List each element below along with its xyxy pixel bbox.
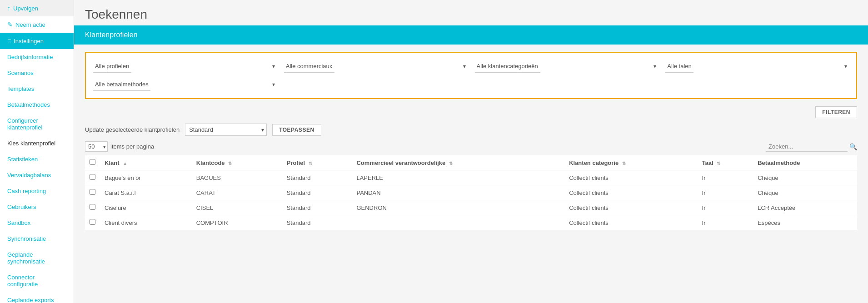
col-klantcode-sort[interactable]: ⇅ [228,161,232,166]
row-checkbox-0[interactable] [90,174,95,180]
pagination-row: 50 10 25 100 items per pagina 🔍 [85,141,857,152]
sidebar-item-vervaldagbalans[interactable]: Vervaldagbalans [0,167,74,183]
sidebar-label-upvolgen: Upvolgen [13,5,38,12]
sidebar-item-templates[interactable]: Templates [0,81,74,97]
row-checkbox-cell-1 [85,185,100,200]
sidebar-label-geplande-exports: Geplande exports [7,297,54,303]
col-klant-sort[interactable]: ▲ [123,161,127,166]
select-all-header [85,155,100,170]
sidebar-item-configureer-klantenprofiel[interactable]: Configureer klantenprofiel [0,113,74,135]
sidebar-item-neem-actie[interactable]: ✎Neem actie [0,16,74,33]
update-label: Update geselecteerde klantprofielen [85,126,180,133]
page-title: Toekennen [85,7,857,22]
search-icon[interactable]: 🔍 [849,143,857,150]
filter-button[interactable]: FILTEREN [815,106,857,118]
cell-klanten_categorie-1: Collectif clients [564,185,697,200]
col-klant-label: Klant [105,159,120,166]
sidebar-label-neem-actie: Neem actie [15,21,45,28]
col-klantcode-label: Klantcode [196,159,225,166]
select-all-checkbox[interactable] [90,159,95,165]
filter-klantencategorieen-wrap: Alle klantencategorieën [475,60,658,73]
filter-betaalmethodes-wrap: Alle betaalmethodes [93,78,277,91]
cell-klantcode-2: CISEL [192,200,282,215]
sidebar-label-vervaldagbalans: Vervaldagbalans [7,172,51,179]
col-commercieel-sort[interactable]: ⇅ [449,161,453,166]
filter-profielen[interactable]: Alle profielen [93,60,131,73]
sidebar-item-statistieken[interactable]: Statistieken [0,151,74,167]
row-checkbox-1[interactable] [90,189,95,195]
cell-klant-1[interactable]: Carat S.a.r.l [100,185,192,200]
sidebar-item-geplande-synchronisatie[interactable]: Geplande synchronisatie [0,247,74,269]
col-profiel: Profiel ⇅ [282,155,352,170]
cell-betaalmethode-1: Chèque [753,185,857,200]
table-row: Carat S.a.r.lCARATStandardPANDANCollecti… [85,185,857,200]
col-betaalmethode-label: Betaalmethode [758,159,800,166]
sidebar-item-upvolgen[interactable]: ↑Upvolgen [0,0,74,16]
row-checkbox-2[interactable] [90,204,95,210]
row-checkbox-3[interactable] [90,219,95,225]
col-profiel-sort[interactable]: ⇅ [309,161,312,166]
cell-klant-0[interactable]: Bague's en or [100,170,192,185]
filter-commerciaux[interactable]: Alle commerciaux [284,60,334,73]
update-select[interactable]: Standard [185,124,267,136]
sidebar-item-scenarios[interactable]: Scenarios [0,65,74,81]
sidebar-item-geplande-exports[interactable]: Geplande exports [0,292,74,303]
sidebar-item-betaalmethodes[interactable]: Betaalmethodes [0,97,74,113]
table-header: Klant ▲ Klantcode ⇅ Profiel ⇅ Commerciee… [85,155,857,170]
table-row: Client diversCOMPTOIRStandardCollectif c… [85,215,857,230]
filter-klantencategorieen[interactable]: Alle klantencategorieën [475,60,540,73]
cell-commercieel-1: PANDAN [352,185,564,200]
sidebar-item-sandbox[interactable]: Sandbox [0,215,74,231]
sidebar-item-connector-configuratie[interactable]: Connector configuratie [0,269,74,292]
filter-talen[interactable]: Alle talen [665,60,693,73]
update-select-wrap: Standard [185,124,267,136]
cell-klantcode-1: CARAT [192,185,282,200]
col-taal: Taal ⇅ [698,155,753,170]
apply-button[interactable]: TOEPASSEN [272,124,321,136]
col-commercieel: Commercieel verantwoordelijke ⇅ [352,155,564,170]
table-body: Bague's en orBAGUESStandardLAPERLECollec… [85,170,857,230]
sidebar-label-bedrijfsinformatie: Bedrijfsinformatie [7,54,53,60]
cell-betaalmethode-0: Chèque [753,170,857,185]
cell-betaalmethode-2: LCR Acceptée [753,200,857,215]
sidebar-item-kies-klantenprofiel[interactable]: Kies klantenprofiel [0,135,74,151]
sidebar-item-cash-reporting[interactable]: Cash reporting [0,183,74,199]
per-page-select[interactable]: 50 10 25 100 [85,141,108,152]
filter-betaalmethodes[interactable]: Alle betaalmethodes [93,78,150,91]
sidebar-label-cash-reporting: Cash reporting [7,188,46,194]
cell-klant-2[interactable]: Ciselure [100,200,192,215]
main-content: Toekennen Klantenprofielen Alle profiele… [74,0,868,303]
sidebar-label-connector-configuratie: Connector configuratie [7,274,66,288]
col-klant: Klant ▲ [100,155,192,170]
col-klanten-categorie-label: Klanten categorie [569,159,619,166]
cell-klanten_categorie-2: Collectif clients [564,200,697,215]
cell-taal-2: fr [698,200,753,215]
sidebar: ↑Upvolgen✎Neem actie≡InstellingenBedrijf… [0,0,74,303]
cell-klantcode-3: COMPTOIR [192,215,282,230]
cell-profiel-2: Standard [282,200,352,215]
row-checkbox-cell-0 [85,170,100,185]
sidebar-item-synchronisatie[interactable]: Synchronisatie [0,231,74,247]
cell-commercieel-3 [352,215,564,230]
cell-klant-3[interactable]: Client divers [100,215,192,230]
cell-klantcode-0: BAGUES [192,170,282,185]
cell-taal-3: fr [698,215,753,230]
sidebar-label-betaalmethodes: Betaalmethodes [7,101,50,108]
page-title-bar: Toekennen [74,0,868,25]
cell-betaalmethode-3: Espèces [753,215,857,230]
sidebar-label-templates: Templates [7,85,34,92]
col-taal-sort[interactable]: ⇅ [717,161,720,166]
search-input[interactable] [766,142,848,152]
sidebar-item-bedrijfsinformatie[interactable]: Bedrijfsinformatie [0,49,74,65]
per-page-select-wrap: 50 10 25 100 [85,141,108,152]
sidebar-label-scenarios: Scenarios [7,70,34,76]
cell-profiel-1: Standard [282,185,352,200]
col-klanten-categorie-sort[interactable]: ⇅ [622,161,626,166]
sidebar-item-instellingen[interactable]: ≡Instellingen [0,33,74,49]
sidebar-label-synchronisatie: Synchronisatie [7,235,46,242]
table-row: Bague's en orBAGUESStandardLAPERLECollec… [85,170,857,185]
row-checkbox-cell-2 [85,200,100,215]
col-klanten-categorie: Klanten categorie ⇅ [564,155,697,170]
sidebar-item-gebruikers[interactable]: Gebruikers [0,199,74,215]
sidebar-label-sandbox: Sandbox [7,219,30,226]
